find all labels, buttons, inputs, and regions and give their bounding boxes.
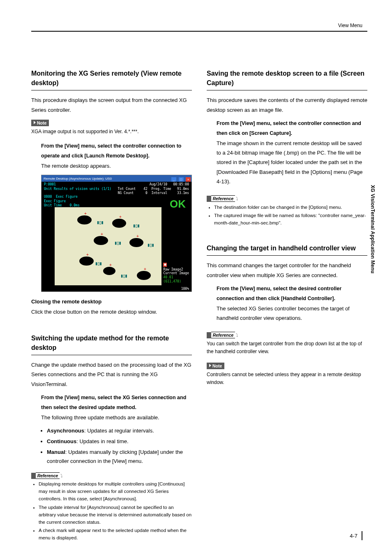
fig-top-right: Aug/24/10 00:05:00 Tot Count 42 Prog. Ti… (118, 183, 189, 195)
step-body: The following three update methods are a… (41, 413, 192, 422)
list-item: The destination folder can be changed in… (214, 204, 367, 211)
fig-ok-badge: OK (170, 198, 186, 210)
sec-saving-intro: This procedure saves the contents of the… (207, 95, 367, 115)
method-name: Continuous (47, 438, 76, 444)
sec-switching-intro: Change the update method based on the pr… (31, 360, 192, 389)
sec-saving-title: Saving the remote desktop screen to a fi… (207, 69, 367, 90)
footer-bar-icon (362, 531, 362, 540)
fig-zoom-pct: 100% (181, 287, 189, 291)
window-titlebar: Remote Desktop (Asynchronous Update): US… (42, 175, 191, 182)
closing-body: Click the close button on the remote des… (31, 307, 192, 317)
note-text: XGA image output is not supported in Ver… (31, 128, 192, 136)
fig-rside-lines: Raw Image2 Current Image (163, 268, 189, 275)
sec-monitoring-title: Monitoring the XG Series remotely (View … (31, 69, 192, 90)
side-tab-label: XG VisionTerminal Application Menu (370, 185, 376, 273)
fig-top-left: P:0001 Unit Results of vision units (1/1… (44, 183, 111, 195)
page-number: 4-7 (350, 533, 357, 539)
cross-icon: + (109, 263, 112, 267)
list-item: Displaying remote desktops for multiple … (39, 481, 192, 502)
sec-changing-target-title: Changing the target in handheld controll… (207, 243, 367, 256)
step-head: From the [View] menu, select the XG Seri… (41, 393, 192, 413)
page-flip-icon: ⤵ (60, 473, 64, 478)
triangle-icon (34, 121, 36, 124)
step-head: From the [View] menu, select the control… (41, 141, 192, 161)
window-buttons: _ □ × (171, 175, 191, 182)
method-desc: : Updates at regular intervals. (84, 428, 154, 434)
sec-changing-target-intro: This command changes the target controll… (207, 261, 367, 280)
window-title: Remote Desktop (Asynchronous Update): US… (42, 177, 112, 180)
page-flip-icon: ⤵ (235, 333, 239, 338)
method-desc: : Updates manually by clicking [Update] … (47, 449, 183, 464)
blob-icon (103, 267, 115, 275)
step-head: From the [View] menu, select the desired… (217, 284, 367, 304)
reference-label: Reference (211, 195, 235, 202)
step-body: The remote desktop appears. (41, 161, 192, 171)
pattern-icon: ▮▯▮ (133, 223, 139, 229)
fig-prog: P:0001 (44, 183, 111, 187)
blob-icon (94, 236, 108, 245)
reference-box-icon (207, 332, 211, 338)
reference-label: Reference (36, 472, 60, 479)
reference-tag: Reference⤵ (31, 472, 64, 479)
cross-icon: + (136, 234, 139, 238)
cross-icon: + (84, 211, 87, 216)
close-icon[interactable]: × (186, 177, 191, 182)
reference-box-icon (207, 196, 211, 202)
note-text: Controllers cannot be selected unless th… (207, 371, 367, 386)
fig-rside-green: 40.01 (611,470) (163, 275, 181, 283)
pattern-icon: ▮▯▮ (114, 240, 121, 246)
list-item: The captured image file will be named as… (214, 212, 367, 227)
step-body: The image shown in the current remote de… (217, 139, 367, 187)
step-body: The selected XG Series controller become… (217, 304, 367, 323)
fig-left-stats: U000 Exec Figure Exec Figure Unit Time 0… (44, 195, 80, 208)
method-desc: : Updates in real time. (76, 438, 128, 444)
minimize-icon[interactable]: _ (171, 177, 176, 182)
page: View Menu XG VisionTerminal Application … (0, 0, 392, 555)
pattern-icon: ▮▯▮ (97, 220, 103, 225)
reference-list: The destination folder can be changed in… (214, 204, 367, 227)
figure-remote-desktop: Remote Desktop (Asynchronous Update): US… (41, 175, 192, 292)
right-column: Saving the remote desktop screen to a fi… (207, 69, 367, 543)
blob-icon (112, 219, 126, 228)
closing-subhead: Closing the remote desktop (31, 298, 192, 305)
sec-monitoring-intro: This procedure displays the screen outpu… (31, 95, 192, 115)
fig-right-side: ■ Raw Image2 Current Image 40.01 (611,47… (163, 263, 189, 283)
list-item: Continuous: Updates in real time. (47, 437, 192, 446)
method-name: Manual (47, 449, 65, 455)
reference-label: Reference (211, 332, 235, 338)
reference-tag: Reference⤵ (207, 195, 239, 202)
note-callout: Note (31, 120, 49, 126)
blob-icon (79, 257, 94, 266)
fig-canvas: + + + + + + + ▮▯▮ ▮▯▮ ▮▯▮ ▮▯▮ ▮▯▮ ▮▯▮ (55, 207, 161, 285)
pattern-icon: ▮▯▮ (147, 242, 154, 248)
reference-box-icon (31, 473, 36, 479)
header-section-label: View Menu (31, 23, 367, 28)
cross-icon: + (119, 215, 122, 219)
cross-icon: + (101, 232, 103, 236)
header-rule (31, 31, 367, 32)
step-update-method: From the [View] menu, select the XG Seri… (41, 393, 192, 422)
remote-desktop-window: Remote Desktop (Asynchronous Update): US… (41, 175, 192, 292)
step-handheld: From the [View] menu, select the desired… (217, 284, 367, 323)
reference-tag: Reference⤵ (207, 331, 239, 338)
note-label: Note (37, 120, 46, 125)
step-launch-remote: From the [View] menu, select the control… (41, 141, 192, 171)
list-item: The update interval for [Asynchronous] c… (39, 504, 192, 526)
fig-unit-results: Unit Results of vision units (1/1) (44, 187, 111, 191)
left-column: Monitoring the XG Series remotely (View … (31, 69, 192, 543)
page-footer: 4-7 (350, 531, 362, 540)
update-methods-list: Asynchronous: Updates at regular interva… (47, 426, 192, 466)
cross-icon: + (144, 267, 146, 271)
step-screen-capture: From the [View] menu, select the control… (217, 119, 367, 186)
body-columns: Monitoring the XG Series remotely (View … (31, 69, 367, 543)
blob-icon (129, 238, 143, 247)
list-item: Manual: Updates manually by clicking [Up… (47, 448, 192, 466)
pattern-icon: ▮▯▮ (120, 273, 127, 279)
page-header: View Menu (31, 23, 367, 32)
maximize-icon[interactable]: □ (179, 177, 184, 182)
note-callout: Note (207, 363, 224, 369)
triangle-icon (209, 364, 211, 367)
sec-switching-title: Switching the update method for the remo… (31, 333, 192, 355)
blob-icon (77, 215, 92, 224)
reference-list: Displaying remote desktops for multiple … (39, 481, 192, 542)
